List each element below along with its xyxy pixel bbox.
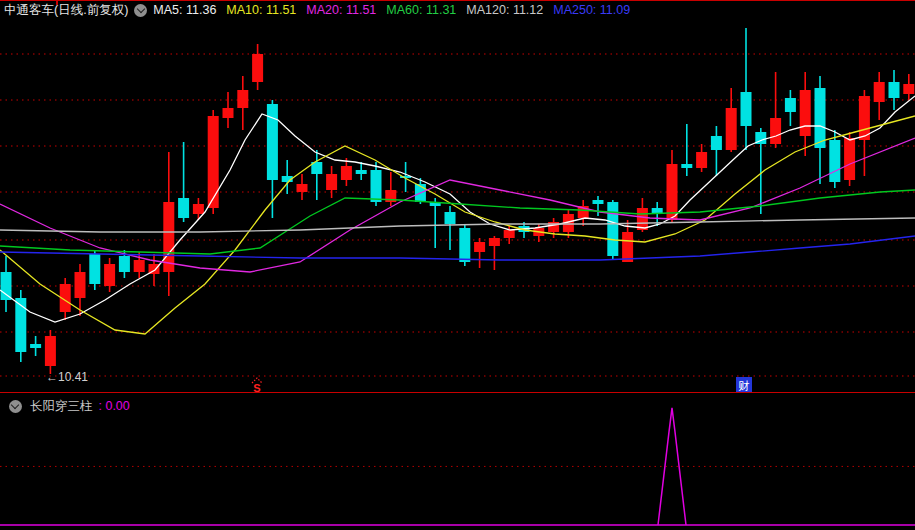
candle: [104, 264, 115, 286]
panel-chevron-down-icon[interactable]: [9, 400, 22, 413]
ma60-legend-item: MA60: 11.31: [386, 3, 456, 17]
candle: [829, 140, 840, 182]
candle: [326, 174, 337, 190]
candle: [237, 90, 248, 108]
candle: [223, 108, 234, 118]
indicator-panel-chart[interactable]: [0, 392, 915, 530]
chevron-down-icon[interactable]: [134, 4, 147, 17]
indicator-name: 长阳穿三柱: [30, 398, 93, 415]
candle: [178, 198, 189, 218]
ma20-legend-item: MA20: 11.51: [306, 3, 376, 17]
candle: [711, 136, 722, 150]
candle: [815, 88, 826, 148]
candle: [459, 228, 470, 262]
ma-legend: MA5: 11.36 MA10: 11.51 MA20: 11.51 MA60:…: [153, 3, 630, 17]
low-price-label: ←10.41: [46, 370, 88, 384]
candle: [489, 238, 500, 246]
candle: [474, 242, 485, 252]
candle: [681, 164, 692, 168]
candle: [89, 254, 100, 284]
candle: [75, 272, 86, 298]
candle: [770, 118, 781, 144]
candle: [1, 272, 12, 300]
candle: [445, 212, 456, 224]
candle: [667, 164, 678, 220]
candle: [607, 202, 618, 256]
candle: [504, 230, 515, 238]
candle: [800, 90, 811, 136]
candle: [593, 200, 604, 204]
chart-header: 中通客车(日线.前复权) MA5: 11.36 MA10: 11.51 MA20…: [4, 2, 630, 18]
ma10-legend-item: MA10: 11.51: [226, 3, 296, 17]
candle: [903, 84, 914, 94]
ma-line-MA120: [0, 218, 915, 232]
candle: [637, 208, 648, 230]
candle: [119, 256, 130, 272]
candle: [341, 166, 352, 180]
candle: [134, 260, 145, 272]
candle: [696, 152, 707, 168]
indicator-value: : 0.00: [99, 399, 130, 413]
stock-chart-app: { "header": { "title": "中通客车(日线.前复权)", "…: [0, 0, 915, 530]
ma5-legend-item: MA5: 11.36: [153, 3, 216, 17]
candle: [208, 116, 219, 208]
candle: [741, 92, 752, 126]
candle: [622, 232, 633, 262]
candle: [859, 96, 870, 140]
stock-title: 中通客车(日线.前复权): [4, 2, 128, 19]
candle: [297, 184, 308, 192]
candle: [252, 54, 263, 82]
candle: [889, 82, 900, 98]
candle: [193, 204, 204, 214]
ma250-legend-item: MA250: 11.09: [553, 3, 630, 17]
candle: [726, 108, 737, 150]
candle: [371, 170, 382, 202]
candle: [45, 336, 56, 366]
candle: [15, 298, 26, 352]
sell-marker[interactable]: S: [253, 382, 260, 392]
candle: [844, 138, 855, 180]
candle: [874, 82, 885, 102]
candle: [356, 170, 367, 174]
ma120-legend-item: MA120: 11.12: [466, 3, 543, 17]
candle: [785, 98, 796, 112]
candle: [30, 344, 41, 348]
candle: [163, 202, 174, 272]
ma-line-MA60: [0, 190, 915, 254]
candlestick-chart[interactable]: ←10.41S财: [0, 0, 915, 392]
cai-badge[interactable]: 财: [738, 380, 750, 392]
indicator-header: 长阳穿三柱 : 0.00: [3, 398, 130, 414]
candle: [267, 104, 278, 180]
